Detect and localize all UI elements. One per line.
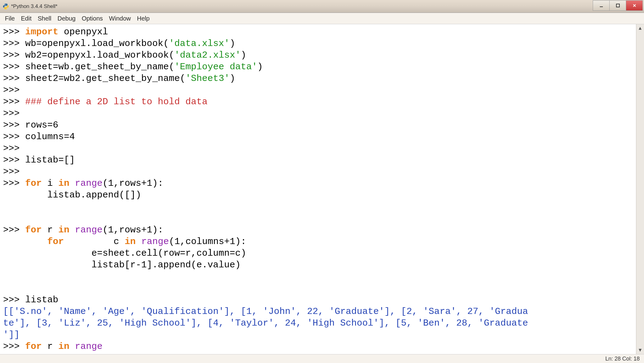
string: 'Sheet3' (185, 73, 230, 84)
editor-area: >>> import openpyxl >>> wb=openpyxl.load… (0, 24, 644, 354)
token: columns=4 (25, 132, 75, 142)
token: ) (230, 38, 235, 49)
token: ) (230, 73, 235, 84)
svg-rect-2 (600, 6, 603, 7)
svg-rect-3 (616, 4, 619, 7)
kw-import: import (25, 27, 58, 37)
token: ) (241, 50, 246, 60)
token: listab.append([]) (3, 190, 141, 200)
prompt: >>> (3, 155, 25, 165)
token: r (42, 225, 58, 235)
window-controls (593, 0, 643, 11)
prompt: >>> (3, 97, 25, 107)
prompt: >>> (3, 295, 25, 305)
prompt: >>> (3, 27, 25, 37)
cursor-position: Ln: 28 Col: 18 (605, 356, 640, 362)
token: sheet=wb.get_sheet_by_name( (25, 62, 174, 72)
kw-in: in (125, 236, 136, 247)
vertical-scrollbar[interactable]: ▲ ▼ (636, 24, 644, 354)
menu-edit[interactable]: Edit (18, 14, 34, 23)
statusbar: Ln: 28 Col: 18 (0, 354, 644, 363)
scroll-down-icon[interactable]: ▼ (636, 346, 644, 354)
kw-in: in (58, 341, 69, 352)
prompt: >>> (3, 85, 25, 95)
kw-for: for (47, 236, 64, 247)
prompt: >>> (3, 341, 25, 352)
token: ) (257, 62, 263, 72)
menu-window[interactable]: Window (106, 14, 134, 23)
token: (1,columns+1): (169, 236, 246, 247)
kw-for: for (25, 225, 42, 235)
token: openpyxl (58, 27, 108, 37)
builtin-range: range (75, 341, 103, 352)
prompt: >>> (3, 50, 25, 60)
window-title: *Python 3.4.4 Shell* (11, 3, 57, 10)
token: r (42, 341, 58, 352)
output: [['S.no', 'Name', 'Age', 'Qualification'… (3, 306, 528, 317)
comment: ### define a 2D list to hold data (25, 97, 208, 107)
prompt: >>> (3, 143, 25, 154)
output: te'], [3, 'Liz', 25, 'High School'], [4,… (3, 318, 528, 328)
scroll-up-icon[interactable]: ▲ (636, 24, 644, 32)
prompt: >>> (3, 73, 25, 84)
token: (1,rows+1): (103, 225, 163, 235)
prompt: >>> (3, 225, 25, 235)
prompt: >>> (3, 38, 25, 49)
titlebar: *Python 3.4.4 Shell* (0, 0, 644, 13)
token: listab[r-1].append(e.value) (3, 260, 241, 270)
close-button[interactable] (626, 0, 643, 11)
shell-editor[interactable]: >>> import openpyxl >>> wb=openpyxl.load… (0, 24, 636, 354)
prompt: >>> (3, 120, 25, 130)
output: ']] (3, 330, 20, 340)
svg-point-0 (5, 4, 5, 5)
token: c (64, 236, 125, 247)
builtin-range: range (75, 178, 103, 189)
token: (1,rows+1): (103, 178, 163, 189)
kw-for: for (25, 178, 42, 189)
token: wb=openpyxl.load_workbook( (25, 38, 169, 49)
token: listab (25, 295, 58, 305)
prompt: >>> (3, 108, 25, 119)
string: 'data2.xlsx' (174, 50, 241, 60)
token: rows=6 (25, 120, 58, 130)
window: *Python 3.4.4 Shell* File Edit Shell Deb… (0, 0, 644, 363)
token: wb2=openpyxl.load_workbook( (25, 50, 174, 60)
token: e=sheet.cell(row=r,column=c) (3, 248, 246, 258)
token: i (42, 178, 58, 189)
menu-file[interactable]: File (2, 14, 18, 23)
svg-point-1 (6, 8, 7, 9)
builtin-range: range (141, 236, 169, 247)
token: sheet2=wb2.get_sheet_by_name( (25, 73, 185, 84)
string: 'Employee data' (174, 62, 257, 72)
prompt: >>> (3, 132, 25, 142)
menu-debug[interactable]: Debug (54, 14, 79, 23)
prompt: >>> (3, 166, 25, 177)
token: listab=[] (25, 155, 75, 165)
menubar: File Edit Shell Debug Options Window Hel… (0, 13, 644, 24)
python-icon (2, 3, 9, 10)
prompt: >>> (3, 62, 25, 72)
menu-shell[interactable]: Shell (35, 14, 54, 23)
menu-options[interactable]: Options (79, 14, 106, 23)
kw-for: for (25, 341, 42, 352)
kw-in: in (58, 225, 69, 235)
prompt: >>> (3, 178, 25, 189)
builtin-range: range (75, 225, 103, 235)
scroll-track[interactable] (636, 32, 644, 346)
maximize-button[interactable] (609, 0, 626, 11)
menu-help[interactable]: Help (134, 14, 153, 23)
string: 'data.xlsx' (169, 38, 230, 49)
kw-in: in (58, 178, 69, 189)
minimize-button[interactable] (593, 0, 610, 11)
